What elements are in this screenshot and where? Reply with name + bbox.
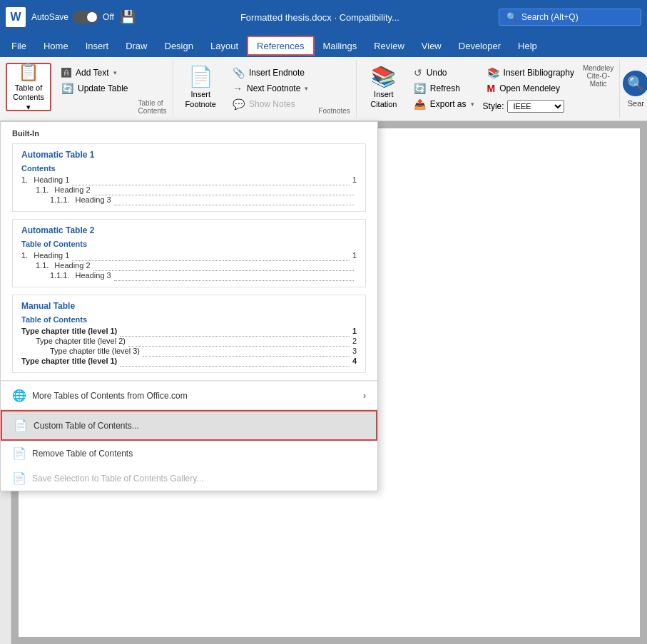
insert-citation-button[interactable]: 📚 InsertCitation bbox=[362, 63, 405, 111]
add-text-button[interactable]: 🅰 Add Text ▾ bbox=[57, 66, 133, 80]
undo-label: Undo bbox=[427, 68, 447, 78]
undo-button[interactable]: ↺ Undo bbox=[409, 66, 479, 80]
autosave-area: AutoSave Off bbox=[31, 11, 114, 24]
update-table-icon: 🔄 bbox=[61, 83, 73, 94]
menu-references[interactable]: References bbox=[247, 36, 314, 56]
ribbon: 📋 Table ofContents ▾ 🅰 Add Text ▾ 🔄 Upda… bbox=[0, 57, 647, 121]
menu-layout[interactable]: Layout bbox=[202, 36, 247, 56]
add-text-icon: 🅰 bbox=[61, 67, 71, 78]
style-label: Style: bbox=[483, 101, 504, 111]
toc-dropdown: Built-In Automatic Table 1 Contents 1.He… bbox=[0, 121, 378, 491]
mendeley-label: Open Mendeley bbox=[499, 83, 560, 93]
mendeley-icon: M bbox=[487, 83, 496, 94]
open-mendeley-button[interactable]: M Open Mendeley bbox=[483, 81, 579, 96]
show-notes-button[interactable]: 💬 Show Notes bbox=[228, 97, 312, 111]
more-tables-arrow: › bbox=[363, 391, 366, 401]
footnote-icon: 📄 bbox=[188, 65, 213, 88]
insert-endnote-button[interactable]: 📎 Insert Endnote bbox=[228, 66, 312, 80]
footnotes-group: 📄 InsertFootnote 📎 Insert Endnote → Next… bbox=[173, 60, 357, 118]
menu-view[interactable]: View bbox=[413, 36, 450, 56]
endnote-icon: 📎 bbox=[233, 67, 245, 78]
built-in-section: Built-In bbox=[1, 122, 377, 138]
citations-right-buttons: 📚 Insert Bibliography M Open Mendeley St… bbox=[483, 66, 579, 113]
search-ribbon-label: Sear bbox=[628, 99, 644, 108]
more-tables-link[interactable]: 🌐 More Tables of Contents from Office.co… bbox=[1, 381, 377, 409]
insert-bibliography-button[interactable]: 📚 Insert Bibliography bbox=[483, 66, 579, 80]
menu-developer[interactable]: Developer bbox=[450, 36, 509, 56]
menu-help[interactable]: Help bbox=[509, 36, 546, 56]
remove-toc-button[interactable]: 📄 Remove Table of Contents bbox=[1, 441, 377, 466]
word-logo-icon: W bbox=[6, 7, 26, 27]
style-dropdown[interactable]: IEEE APA MLA bbox=[507, 100, 564, 113]
menu-insert[interactable]: Insert bbox=[77, 36, 118, 56]
add-text-label: Add Text bbox=[76, 68, 108, 78]
insert-footnote-button[interactable]: 📄 InsertFootnote bbox=[179, 63, 223, 111]
toc-icon: 📋 bbox=[18, 62, 39, 82]
manual-h2: Type chapter title (level 2)2 bbox=[21, 337, 357, 347]
next-footnote-label: Next Footnote bbox=[247, 83, 300, 93]
toc-label: Table ofContents ▾ bbox=[13, 83, 44, 112]
undo-icon: ↺ bbox=[414, 67, 422, 78]
next-footnote-button[interactable]: → Next Footnote ▾ bbox=[228, 81, 312, 96]
refresh-button[interactable]: 🔄 Refresh bbox=[409, 81, 479, 96]
menu-review[interactable]: Review bbox=[365, 36, 413, 56]
toc-group: 📋 Table ofContents ▾ 🅰 Add Text ▾ 🔄 Upda… bbox=[0, 60, 173, 118]
style-select-area: Style: IEEE APA MLA bbox=[483, 100, 579, 113]
refresh-icon: 🔄 bbox=[414, 83, 426, 94]
menu-file[interactable]: File bbox=[3, 36, 35, 56]
auto-table-2-preview[interactable]: Automatic Table 2 Table of Contents 1.He… bbox=[12, 219, 366, 287]
export-arrow: ▾ bbox=[471, 101, 474, 108]
remove-toc-label: Remove Table of Contents bbox=[32, 449, 133, 459]
export-button[interactable]: 📤 Export as ▾ bbox=[409, 97, 479, 111]
export-icon: 📤 bbox=[414, 98, 426, 110]
title-bar: W AutoSave Off 💾 Formatted thesis.docx ·… bbox=[0, 0, 647, 34]
save-selection-icon: 📄 bbox=[12, 471, 26, 485]
update-table-label: Update Table bbox=[78, 83, 128, 93]
auto-table-2-toc-title: Table of Contents bbox=[21, 240, 357, 248]
toc-1-h2: 1.1.Heading 2 bbox=[21, 185, 357, 195]
globe-icon: 🌐 bbox=[12, 389, 26, 402]
citations-group: 📚 InsertCitation ↺ Undo 🔄 Refresh 📤 Expo… bbox=[357, 60, 620, 118]
search-ribbon-area[interactable]: 🔍 Sear bbox=[620, 60, 647, 118]
menu-design[interactable]: Design bbox=[156, 36, 202, 56]
manual-toc-title: Table of Contents bbox=[21, 315, 357, 324]
footnote-label: InsertFootnote bbox=[185, 90, 216, 108]
citations-left-buttons: ↺ Undo 🔄 Refresh 📤 Export as ▾ bbox=[409, 66, 479, 111]
menu-mailings[interactable]: Mailings bbox=[315, 36, 366, 56]
footnote-sub-buttons: 📎 Insert Endnote → Next Footnote ▾ 💬 Sho… bbox=[228, 66, 312, 111]
manual-table-preview[interactable]: Manual Table Table of Contents Type chap… bbox=[12, 295, 366, 373]
toc-2-h2: 1.1.Heading 2 bbox=[21, 261, 357, 271]
save-selection-label: Save Selection to Table of Contents Gall… bbox=[32, 474, 203, 484]
auto-table-2-label: Automatic Table 2 bbox=[21, 225, 357, 235]
custom-toc-label: Custom Table of Contents... bbox=[34, 421, 139, 431]
auto-table-1-toc-title: Contents bbox=[21, 164, 357, 173]
add-text-arrow: ▾ bbox=[113, 69, 117, 76]
autosave-label: AutoSave bbox=[31, 12, 68, 22]
search-ribbon-icon: 🔍 bbox=[623, 71, 647, 96]
custom-toc-button[interactable]: 📄 Custom Table of Contents... bbox=[1, 410, 377, 441]
save-button[interactable]: 💾 bbox=[120, 9, 136, 25]
bibliography-label: Insert Bibliography bbox=[504, 68, 574, 78]
remove-toc-icon: 📄 bbox=[12, 446, 26, 460]
refresh-label: Refresh bbox=[430, 83, 460, 93]
built-in-title: Built-In bbox=[12, 129, 366, 138]
next-footnote-arrow: ▾ bbox=[305, 85, 308, 92]
update-table-button[interactable]: 🔄 Update Table bbox=[57, 81, 133, 96]
citation-label: InsertCitation bbox=[370, 90, 397, 108]
toc-1-h3: 1.1.1.Heading 3 bbox=[21, 195, 357, 205]
search-bar[interactable]: 🔍 Search (Alt+Q) bbox=[499, 9, 641, 26]
mendeley-group-label: Mendeley Cite-O-Matic bbox=[583, 64, 613, 88]
toc-group-label: Table of Contents bbox=[138, 96, 167, 115]
autosave-state: Off bbox=[103, 12, 114, 22]
autosave-toggle[interactable] bbox=[73, 11, 98, 24]
toc-1-h1: 1.Heading 11 bbox=[21, 175, 357, 185]
next-footnote-icon: → bbox=[233, 83, 243, 94]
toc-sub-buttons: 🅰 Add Text ▾ 🔄 Update Table bbox=[57, 66, 133, 96]
menu-home[interactable]: Home bbox=[35, 36, 77, 56]
menu-draw[interactable]: Draw bbox=[117, 36, 156, 56]
custom-toc-icon: 📄 bbox=[14, 419, 28, 432]
search-label: Search (Alt+Q) bbox=[521, 12, 579, 22]
table-of-contents-button[interactable]: 📋 Table ofContents ▾ bbox=[6, 63, 51, 111]
document-title: Formatted thesis.docx · Compatibility... bbox=[141, 12, 499, 23]
auto-table-1-preview[interactable]: Automatic Table 1 Contents 1.Heading 11 … bbox=[12, 143, 366, 212]
